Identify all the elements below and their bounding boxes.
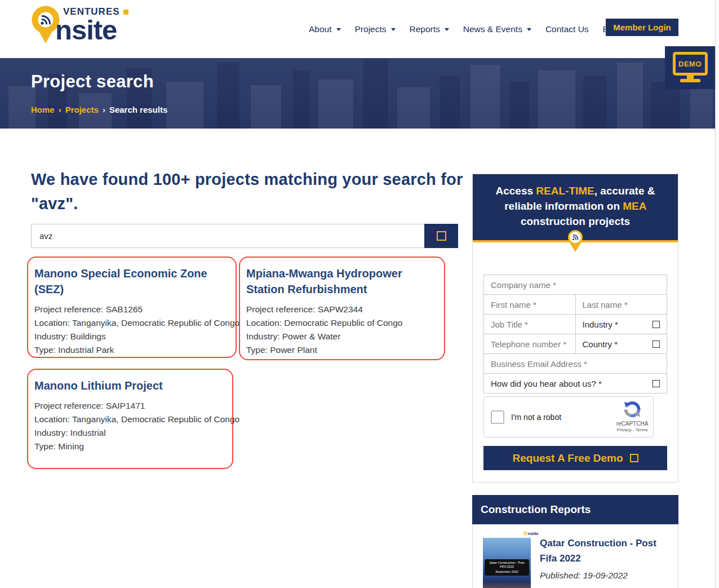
project-reference: Project reference: SAB1265: [34, 303, 229, 316]
search-button[interactable]: [424, 224, 458, 248]
results-heading-line1: We have found 100+ projects matching you…: [31, 170, 463, 188]
chevron-down-icon: [445, 28, 449, 31]
construction-reports-body: ⦿nsite Qatar Construction - Post FIFA 20…: [472, 524, 678, 588]
logo-yellow-square: [123, 10, 128, 15]
page-title: Project search: [31, 72, 154, 92]
monitor-base: [680, 79, 700, 82]
business-email-field[interactable]: [491, 359, 660, 369]
arrow-icon: [630, 454, 638, 462]
search-icon: [437, 231, 446, 241]
project-location: Location: Democratic Republic of Congo: [246, 316, 438, 330]
nav-label: Reports: [410, 24, 440, 34]
project-card[interactable]: Manono Lithium Project Project reference…: [27, 369, 233, 469]
report-text: Qatar Construction - Post Fifa 2022 Publ…: [540, 534, 661, 588]
company-name-field[interactable]: [491, 280, 660, 290]
telephone-cell: [484, 334, 575, 353]
project-industry: Industry: Power & Water: [246, 330, 438, 343]
company-name-cell: [484, 275, 667, 294]
recaptcha-brand: reCAPTCHA Privacy - Terms: [615, 401, 650, 432]
demo-request-form: Industry * Country * H: [473, 275, 678, 470]
form-row: [483, 275, 667, 295]
country-select-label: Country *: [583, 339, 653, 349]
nav-item-about[interactable]: About: [309, 24, 341, 34]
recaptcha-privacy-terms[interactable]: Privacy - Terms: [615, 427, 650, 432]
request-demo-button[interactable]: Request A Free Demo: [483, 446, 667, 470]
logo[interactable]: VENTURES nsite: [31, 5, 128, 46]
promo-highlight-mea: MEA: [623, 200, 646, 212]
nav-item-contact-us[interactable]: Contact Us: [545, 24, 589, 34]
report-thumb-caption: Qatar Construction - Post FIFA 2022 Sept…: [485, 559, 529, 576]
results-heading: We have found 100+ projects matching you…: [31, 167, 471, 216]
recaptcha-icon: [624, 401, 641, 418]
job-title-field[interactable]: [491, 320, 569, 329]
nav-item-reports[interactable]: Reports: [410, 24, 449, 34]
search-input[interactable]: [31, 224, 424, 248]
breadcrumb: Home › Projects › Search results: [31, 105, 167, 114]
promo-banner: Access REAL-TIME, accurate & reliable in…: [473, 174, 678, 242]
country-select[interactable]: Country *: [575, 334, 667, 353]
nav-item-projects[interactable]: Projects: [355, 24, 396, 34]
project-industry: Industry: Buildings: [34, 330, 229, 343]
construction-reports-panel: Construction Reports ⦿nsite Qatar Constr…: [472, 495, 678, 588]
recaptcha-checkbox[interactable]: [491, 410, 504, 424]
promo-text: Access REAL-TIME, accurate & reliable in…: [487, 183, 663, 229]
project-title-link[interactable]: Mpiana-Mwanga Hydropower Station Refurbi…: [246, 266, 438, 297]
breadcrumb-separator: ›: [59, 105, 61, 114]
industry-select[interactable]: Industry *: [575, 315, 667, 334]
member-login-button[interactable]: Member Login: [606, 19, 678, 36]
hear-about-select[interactable]: How did you hear about us? *: [484, 374, 667, 393]
last-name-field[interactable]: [583, 300, 660, 310]
site-header: VENTURES nsite About Projects Reports Ne…: [0, 0, 719, 58]
results-heading-line2: "avz".: [31, 194, 78, 213]
project-location: Location: Tanganyika, Democratic Republi…: [34, 316, 229, 330]
business-email-cell: [484, 354, 667, 373]
project-title-link[interactable]: Manono Special Economic Zone (SEZ): [34, 266, 229, 297]
project-industry: Industry: Industrial: [34, 426, 226, 440]
pin-marker-icon: [566, 228, 585, 253]
dropdown-icon: [653, 380, 660, 387]
project-reference: Project reference: SAIP1471: [34, 399, 226, 413]
project-reference: Project reference: SAPW2344: [246, 303, 438, 316]
request-demo-label: Request A Free Demo: [512, 452, 623, 465]
chevron-down-icon: [336, 28, 341, 31]
logo-text: VENTURES nsite: [55, 5, 128, 42]
first-name-field[interactable]: [491, 300, 569, 310]
page: VENTURES nsite About Projects Reports Ne…: [0, 0, 719, 588]
report-item[interactable]: ⦿nsite Qatar Construction - Post FIFA 20…: [483, 534, 668, 588]
first-name-cell: [484, 295, 575, 314]
report-published-date: Published: 19-09-2022: [540, 571, 661, 581]
nav-label: News & Events: [463, 24, 522, 34]
hear-about-select-label: How did you hear about us? *: [491, 379, 653, 388]
hero-banner: Project search Home › Projects › Search …: [0, 58, 719, 129]
nav-item-news-events[interactable]: News & Events: [463, 24, 531, 34]
dropdown-icon: [653, 341, 660, 348]
form-row: How did you hear about us? *: [483, 373, 667, 394]
demo-label: DEMO: [678, 60, 702, 68]
nav-label: Contact Us: [545, 24, 589, 34]
project-card[interactable]: Mpiana-Mwanga Hydropower Station Refurbi…: [239, 257, 445, 360]
report-title-link[interactable]: Qatar Construction - Post Fifa 2022: [540, 536, 661, 566]
demo-badge[interactable]: DEMO: [665, 46, 715, 89]
industry-select-label: Industry *: [583, 320, 653, 329]
construction-reports-header: Construction Reports: [472, 495, 678, 524]
demo-request-panel: Access REAL-TIME, accurate & reliable in…: [472, 174, 678, 483]
report-thumbnail[interactable]: Qatar Construction - Post FIFA 2022 Sept…: [483, 538, 531, 588]
breadcrumb-current: Search results: [109, 105, 167, 114]
scrollbar[interactable]: [715, 0, 719, 588]
breadcrumb-home[interactable]: Home: [31, 105, 55, 114]
project-title-link[interactable]: Manono Lithium Project: [34, 378, 226, 394]
project-location: Location: Tanganyika, Democratic Republi…: [34, 413, 226, 426]
promo-highlight-realtime: REAL-TIME: [536, 185, 594, 197]
onsite-watermark: ⦿nsite: [523, 531, 539, 536]
search-bar: [31, 224, 458, 248]
last-name-cell: [575, 295, 667, 314]
telephone-field[interactable]: [491, 339, 569, 349]
recaptcha-widget: I'm not a robot reCAPTCHA Privacy - Term…: [483, 396, 654, 437]
project-card[interactable]: Manono Special Economic Zone (SEZ) Proje…: [27, 257, 237, 358]
recaptcha-label: I'm not a robot: [511, 413, 561, 422]
demo-monitor-icon: DEMO: [673, 52, 708, 83]
breadcrumb-projects[interactable]: Projects: [65, 105, 99, 114]
main-nav: About Projects Reports News & Events Con…: [309, 0, 620, 58]
project-type: Type: Mining: [34, 440, 226, 453]
city-skyline-graphic: [0, 58, 719, 129]
